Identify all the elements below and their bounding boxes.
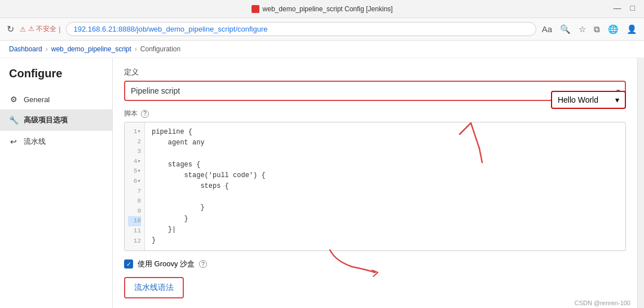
groovy-sandbox-checkbox[interactable]: ✓ — [124, 259, 133, 269]
favicon-icon — [252, 5, 259, 13]
code-editor[interactable]: 1▾ 2 3 4▾ 5▾ 6▾ 7 8 9 10 11 12 pipeline … — [124, 122, 626, 251]
security-warning: ⚠ ⚠ 不安全 | — [20, 24, 60, 34]
groovy-section: ✓ 使用 Groovy 沙盒 ? — [124, 259, 626, 269]
code-content[interactable]: pipeline { agent any stages { stage('pul… — [145, 122, 625, 250]
browser-action-icons: Aa 🔍 ☆ ⧉ 🌐 👤 — [542, 24, 637, 34]
search-icon[interactable]: 🔍 — [560, 24, 571, 34]
line-numbers: 1▾ 2 3 4▾ 5▾ 6▾ 7 8 9 10 11 12 — [125, 122, 145, 250]
text-size-icon[interactable]: Aa — [542, 24, 552, 34]
sidebar-item-general-label: General — [24, 95, 50, 104]
hello-world-label: Hello World — [558, 95, 598, 104]
collections-icon[interactable]: ⧉ — [594, 24, 600, 34]
browser-titlebar: web_demo_pipeline_script Config [Jenkins… — [0, 0, 644, 18]
main-layout: Configure ⚙ General 🔧 高级项目选项 ↩ 流水线 定义 Pi… — [0, 58, 644, 308]
hello-world-chevron-icon: ▾ — [615, 95, 619, 104]
sidebar-item-advanced[interactable]: 🔧 高级项目选项 — [0, 109, 112, 131]
content-area: 定义 Pipeline script Pipeline script from … — [113, 58, 637, 308]
script-help-icon[interactable]: ? — [141, 110, 149, 118]
address-bar: ↻ ⚠ ⚠ 不安全 | 192.168.6.21:8888/job/web_de… — [0, 18, 644, 41]
wrench-icon: 🔧 — [9, 116, 18, 125]
script-label: 脚本 ? — [124, 109, 626, 118]
browser-controls[interactable]: — □ — [614, 3, 635, 12]
breadcrumb-current: Configuration — [140, 45, 180, 53]
sidebar-item-general[interactable]: ⚙ General — [0, 89, 112, 109]
definition-label: 定义 — [124, 67, 626, 77]
sidebar-item-pipeline[interactable]: ↩ 流水线 — [0, 131, 112, 152]
browser-title: web_demo_pipeline_script Config [Jenkins… — [263, 5, 393, 13]
right-scrollbar[interactable] — [637, 58, 644, 308]
sidebar-title: Configure — [0, 67, 112, 89]
pipeline-icon: ↩ — [9, 137, 18, 146]
gear-icon: ⚙ — [9, 95, 18, 104]
watermark: CSDN @renren-100 — [575, 300, 630, 306]
groovy-sandbox-label: 使用 Groovy 沙盒 — [138, 259, 195, 269]
breadcrumb-dashboard[interactable]: Dashboard — [9, 45, 42, 53]
script-section: 脚本 ? 1▾ 2 3 4▾ 5▾ 6▾ 7 8 9 10 — [124, 109, 626, 251]
groovy-help-icon[interactable]: ? — [199, 260, 207, 268]
pipeline-syntax-link[interactable]: 流水线语法 — [124, 277, 184, 298]
profile-icon[interactable]: 👤 — [627, 24, 637, 34]
address-input[interactable]: 192.168.6.21:8888/job/web_demo_pipeline_… — [66, 22, 536, 36]
sidebar: Configure ⚙ General 🔧 高级项目选项 ↩ 流水线 — [0, 58, 113, 308]
hello-world-dropdown[interactable]: Hello World ▾ — [551, 91, 626, 109]
reload-button[interactable]: ↻ — [7, 24, 14, 34]
sidebar-item-advanced-label: 高级项目选项 — [24, 115, 68, 125]
pipeline-syntax-section: 流水线语法 — [124, 277, 626, 298]
maximize-button[interactable]: □ — [630, 3, 635, 12]
edge-icon: 🌐 — [608, 24, 619, 34]
breadcrumb: Dashboard › web_demo_pipeline_script › C… — [0, 41, 644, 58]
sidebar-item-pipeline-label: 流水线 — [24, 137, 46, 147]
breadcrumb-job[interactable]: web_demo_pipeline_script — [51, 45, 131, 53]
minimize-button[interactable]: — — [614, 3, 621, 12]
warning-icon: ⚠ — [20, 25, 26, 33]
star-icon[interactable]: ☆ — [579, 24, 586, 34]
